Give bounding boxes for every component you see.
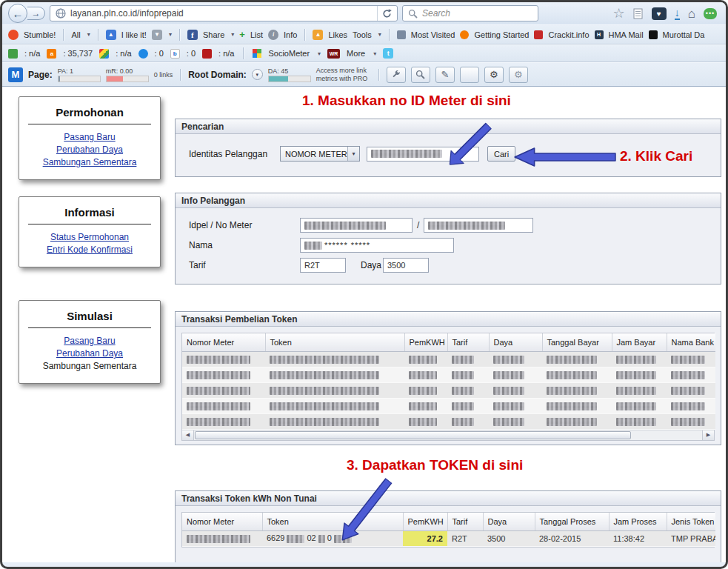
- scrollbar-track[interactable]: [632, 430, 702, 440]
- tarif-field[interactable]: R2T: [300, 258, 346, 273]
- links-count: 0 links: [154, 71, 173, 79]
- forward-button[interactable]: →: [27, 7, 45, 20]
- bookmarks-panel-icon[interactable]: [633, 8, 644, 19]
- metric-value: : 0: [187, 49, 196, 58]
- bing-icon: b: [170, 49, 180, 59]
- share-dropdown[interactable]: Share: [203, 30, 224, 39]
- token-row: 6629020 27.2 R2T 3500 28-02-2015 11:38:4…: [182, 530, 715, 546]
- url-text: layanan.pln.co.id/infoprepaid: [70, 8, 373, 19]
- nama-field[interactable]: ****** *****: [300, 238, 454, 253]
- cell-jenis-token: TMP PRABAY: [667, 530, 715, 546]
- download-icon[interactable]: ↓: [675, 7, 680, 20]
- moz-toolbar: M Page: PA: 1 mR: 0.00 0 links Root Doma…: [2, 62, 726, 87]
- idpel-field[interactable]: [300, 218, 413, 233]
- tools-dropdown[interactable]: Tools: [353, 30, 372, 39]
- token-part: 0: [327, 533, 332, 542]
- bookmark-hma-mail[interactable]: HMA Mail: [609, 30, 644, 39]
- identitas-dropdown[interactable]: NOMOR METER ▾: [280, 146, 360, 162]
- twitter-icon[interactable]: t: [383, 48, 393, 59]
- highlight-button[interactable]: [460, 67, 479, 83]
- info-button[interactable]: Info: [284, 30, 297, 39]
- redacted-value: [371, 150, 442, 158]
- separator: [243, 47, 244, 59]
- pembelian-panel: Transaksi Pembelian Token Nomor Meter To…: [175, 311, 721, 445]
- cell-tarif: R2T: [447, 530, 483, 546]
- thumbs-up-icon[interactable]: ▲: [106, 30, 116, 40]
- root-domain-dropdown[interactable]: ▾: [252, 69, 263, 80]
- getting-started-icon: [460, 30, 469, 39]
- token-part: 02: [307, 533, 315, 542]
- bookmark-murottal[interactable]: Murottal Da: [663, 30, 705, 39]
- mr-label: mR: 0.00: [106, 67, 149, 75]
- card-title: Simulasi: [19, 310, 160, 322]
- home-icon[interactable]: ⌂: [688, 7, 695, 20]
- card-title: Informasi: [19, 206, 160, 219]
- stumble-button[interactable]: Stumble!: [24, 30, 56, 39]
- browser-window: ← → layanan.pln.co.id/infoprepaid Search…: [0, 0, 728, 569]
- link-perubahan-daya[interactable]: Perubahan Daya: [19, 144, 160, 155]
- search-bar[interactable]: Search: [402, 5, 538, 21]
- edit-button[interactable]: ✎: [435, 67, 455, 83]
- col-jenis-token: Jenis Token: [667, 513, 715, 530]
- wrench-button[interactable]: [387, 67, 406, 83]
- sociometer-dropdown[interactable]: SocioMeter: [268, 49, 310, 58]
- likes-button[interactable]: Likes: [328, 30, 347, 39]
- bookmark-most-visited[interactable]: Most Visited: [411, 30, 455, 39]
- link-entri-kode-konfirmasi[interactable]: Entri Kode Konfirmasi: [19, 244, 160, 255]
- no-meter-field[interactable]: [424, 218, 533, 233]
- thumbs-down-icon[interactable]: ▼: [152, 30, 162, 40]
- bookmark-getting-started[interactable]: Getting Started: [474, 30, 529, 39]
- col-nomor-meter: Nomor Meter: [182, 333, 265, 351]
- daya-field[interactable]: 3500: [383, 258, 429, 273]
- horizontal-scrollbar[interactable]: ◀ ▶: [182, 430, 714, 440]
- stumble-toolbar: Stumble! All▾ ▲ I like it! ▼▾ f Share▾ +…: [2, 24, 726, 44]
- chevron-down-icon: ▾: [87, 31, 90, 38]
- chevron-down-icon: ▾: [318, 50, 321, 57]
- like-button[interactable]: I like it!: [121, 30, 147, 39]
- chat-icon[interactable]: •••: [704, 8, 717, 19]
- url-bar[interactable]: layanan.pln.co.id/infoprepaid: [50, 5, 398, 21]
- link-status-permohonan[interactable]: Status Permohonan: [19, 232, 160, 242]
- page-content: Permohonan Pasang Baru Perubahan Daya Sa…: [2, 87, 726, 562]
- back-button[interactable]: ←: [8, 4, 27, 23]
- link-simulasi-pasang-baru[interactable]: Pasang Baru: [19, 336, 160, 346]
- metric-value: : n/a: [116, 49, 131, 58]
- idpel-label: Idpel / No Meter: [189, 220, 300, 230]
- reload-button[interactable]: [377, 6, 395, 21]
- analyze-button[interactable]: [411, 67, 430, 83]
- col-nama-bank: Nama Bank: [667, 333, 715, 351]
- all-dropdown[interactable]: All: [71, 30, 80, 39]
- info-icon: i: [268, 30, 278, 40]
- metric-value: : n/a: [218, 49, 234, 58]
- pro-upsell-text[interactable]: Access more link metrics with PRO: [316, 67, 371, 82]
- more-dropdown[interactable]: More: [347, 49, 365, 58]
- bookmark-star-icon[interactable]: ☆: [613, 7, 625, 20]
- divider: [28, 124, 151, 124]
- list-button[interactable]: List: [250, 30, 263, 39]
- col-token: Token: [262, 513, 403, 530]
- header-row: Nomor Meter Token PemKWH Tarif Daya Tang…: [182, 513, 715, 530]
- col-token: Token: [265, 333, 404, 351]
- redacted-value: [428, 222, 505, 230]
- scroll-left-button[interactable]: ◀: [182, 430, 194, 440]
- pembelian-table: Nomor Meter Token PemKWH Tarif Daya Tang…: [182, 333, 715, 430]
- bookmark-crackit[interactable]: Crackit.info: [548, 30, 589, 39]
- moz-icon[interactable]: M: [8, 67, 23, 82]
- search-placeholder: Search: [422, 8, 450, 19]
- scrollbar-thumb[interactable]: [195, 431, 631, 439]
- pocket-icon[interactable]: ♥: [652, 7, 667, 20]
- link-pasang-baru[interactable]: Pasang Baru: [19, 132, 160, 142]
- link-simulasi-perubahan-daya[interactable]: Perubahan Daya: [19, 348, 160, 359]
- facebook-icon[interactable]: f: [187, 30, 198, 40]
- redacted-value: [287, 535, 304, 543]
- link-sambungan-sementara[interactable]: Sambungan Sementara: [19, 157, 160, 167]
- card-title: Permohonan: [19, 106, 160, 119]
- back-arrow-icon: ←: [13, 7, 24, 20]
- wr-icon: WR: [327, 49, 340, 59]
- cari-button[interactable]: Cari: [487, 146, 515, 162]
- options-button[interactable]: ⚙: [509, 67, 528, 83]
- scroll-right-button[interactable]: ▶: [702, 430, 714, 440]
- stumbleupon-icon[interactable]: [8, 30, 19, 40]
- reload-icon: [382, 9, 392, 19]
- settings-button[interactable]: ⚙: [484, 67, 504, 83]
